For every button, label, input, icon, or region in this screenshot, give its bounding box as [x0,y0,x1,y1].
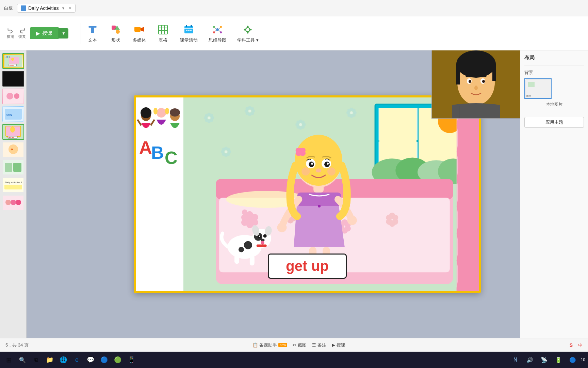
svg-rect-16 [186,30,187,31]
tool-table[interactable]: 表格 [157,24,169,43]
app-icon-7[interactable]: 📱 [125,354,137,366]
redo-group: 恢复 [18,27,26,39]
tool-text-label: 文本 [88,37,97,43]
tool-media-label: 多媒体 [133,37,146,43]
svg-text:Daily activities 1: Daily activities 1 [5,181,22,184]
svg-point-117 [296,121,300,124]
apply-theme-button[interactable]: 应用主题 [524,117,584,128]
slide-thumb-2[interactable] [2,71,24,87]
sys-icon-3[interactable]: 🔋 [552,354,565,366]
slide-thumb-6[interactable]: ☀ [2,142,24,157]
start-button[interactable]: ▶ 授课 [30,27,59,39]
svg-point-83 [157,108,166,118]
svg-text:B: B [7,56,8,58]
task-view-icon[interactable]: ⧉ [30,354,42,366]
slide-thumb-9[interactable] [2,195,24,211]
svg-point-247 [301,167,310,175]
slide-thumb-3[interactable] [2,89,24,104]
page-total: ，共 34 页 [8,342,29,348]
tab-dropdown-icon[interactable]: ▼ [61,6,65,10]
webcam-feed [432,50,520,119]
tool-mindmap[interactable]: 思维导图 [209,24,226,43]
slide-thumb-4[interactable]: Daily [2,106,24,122]
redo-button[interactable]: 恢复 [18,27,26,39]
svg-rect-13 [186,25,187,27]
slide-thumb-8[interactable]: Daily activities 1 [2,177,24,193]
get-up-text: get up [286,258,329,274]
subject-icon [242,24,254,36]
svg-point-212 [239,247,244,252]
mindmap-icon [211,24,224,36]
file-explorer-icon[interactable]: 📁 [44,354,56,366]
slide: A B C [134,95,481,293]
svg-point-19 [216,28,219,31]
screenshot-button[interactable]: ✂ 截图 [293,342,307,348]
svg-rect-74 [4,185,22,189]
slide-thumb-7[interactable] [2,159,24,175]
svg-point-221 [261,241,264,245]
thumbnail-sidebar: A B C get up [0,50,27,338]
tool-shape[interactable]: 形状 [110,24,122,43]
tool-text[interactable]: 文本 [86,24,99,43]
redo-label: 恢复 [18,34,26,39]
tab-label: Daily Activities [28,5,59,11]
svg-point-67 [9,144,18,154]
start-btn-dropdown[interactable]: ▼ [59,28,68,39]
edge-icon[interactable]: e [71,354,83,366]
toolbar-separator [81,23,81,44]
sys-icon-2[interactable]: 📡 [538,354,550,366]
svg-point-100 [208,117,210,119]
svg-point-109 [248,110,251,112]
start-class-button[interactable]: ▶ 授课 [332,342,345,348]
svg-text:get up: get up [9,64,14,66]
svg-point-82 [141,107,151,118]
svg-point-233 [277,223,287,232]
svg-point-248 [327,167,336,175]
start-class-icon: ▶ [332,342,335,348]
titlebar: 白板 Daily Activities ▼ ✕ [0,0,588,16]
clock-time: 10 [581,357,585,362]
slide-thumb-5[interactable]: get up [2,124,24,140]
svg-line-80 [137,120,141,125]
svg-point-207 [386,215,392,221]
toolbar: 撤消 恢复 ▶ 授课 ▼ 文本 [0,16,588,50]
svg-point-56 [6,93,13,99]
tab-item[interactable]: Daily Activities ▼ ✕ [17,4,76,13]
notes-button[interactable]: ☰ 备注 [312,342,326,348]
app-label: 白板 [4,5,13,11]
activity-icon [183,24,195,36]
svg-point-35 [456,50,496,78]
svg-point-31 [244,29,246,30]
toolbar-tools: 文本 形状 多媒体 [86,24,259,43]
app-icon-5[interactable]: 🔵 [98,354,110,366]
play-icon: ▶ [36,30,40,36]
tab-close-icon[interactable]: ✕ [68,6,72,11]
new-badge: new [278,343,287,347]
svg-point-28 [246,28,250,32]
assistant-button[interactable]: 📋 备课助手 new [252,342,287,348]
svg-rect-55 [3,89,23,104]
tool-media[interactable]: 多媒体 [133,24,146,43]
svg-point-84 [153,108,158,114]
tool-subject[interactable]: 学科工具 ▾ [237,24,259,43]
windows-start-icon[interactable]: ⊞ [3,354,15,366]
bg-thumbnail-selected[interactable]: 图片 [524,78,552,99]
undo-button[interactable]: 撤消 [7,27,14,39]
browser-icon[interactable]: 🌐 [57,354,69,366]
tool-activity[interactable]: 课堂活动 [180,24,198,43]
svg-point-87 [170,108,180,117]
taskbar-search-icon[interactable]: 🔍 [16,354,29,366]
wechat-icon[interactable]: 💬 [84,354,97,366]
slide-thumb-1[interactable]: A B C get up [2,53,24,69]
svg-point-57 [14,93,19,99]
sys-icon-1[interactable]: 🔊 [524,354,536,366]
app-icon-6[interactable]: 🟢 [112,354,124,366]
taskbar-right: N 🔊 📡 🔋 🔵 10 [509,354,585,366]
abc-illustration: A B C [136,101,183,183]
tool-table-label: 表格 [159,37,167,43]
sys-icon-4[interactable]: 🔵 [567,354,579,366]
webcam [431,50,520,119]
svg-text:A: A [139,138,152,157]
svg-point-108 [246,107,249,110]
note-icon[interactable]: N [509,354,522,366]
